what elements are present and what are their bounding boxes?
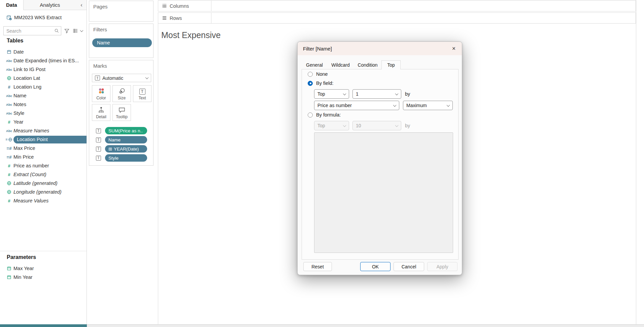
field-label: Style	[13, 110, 24, 116]
parameter-row-max-year[interactable]: Max Year	[0, 264, 87, 273]
field-label: Price as number	[13, 163, 49, 168]
aggregation-dropdown[interactable]: Maximum	[403, 101, 453, 110]
chevron-down-icon[interactable]	[80, 29, 83, 32]
field-dropdown[interactable]: Price as number	[314, 101, 399, 110]
collapse-pane-button[interactable]: ‹	[76, 0, 87, 10]
abc-icon: Abc	[5, 68, 13, 71]
field-row-measure-names[interactable]: Abc Measure Names	[0, 126, 87, 135]
marks-pill-row: T ⊞ YEAR(Date)	[89, 145, 153, 153]
field-row-style[interactable]: Abc Style	[0, 109, 87, 118]
rows-shelf-label: Rows	[158, 13, 211, 23]
dialog-titlebar[interactable]: Filter [Name] ×	[298, 42, 462, 55]
radio-by-formula[interactable]	[308, 112, 313, 118]
tab-wildcard[interactable]: Wildcard	[327, 60, 354, 69]
filter-pill-name[interactable]: Name	[92, 38, 152, 47]
tab-condition[interactable]: Condition	[354, 60, 381, 69]
field-label: Year	[13, 119, 23, 125]
columns-shelf-label: Columns	[158, 1, 211, 11]
pill-year-date[interactable]: ⊞ YEAR(Date)	[105, 145, 147, 153]
detail-button[interactable]: Detail	[92, 104, 110, 121]
field-label: Max Price	[13, 145, 35, 151]
cancel-button[interactable]: Cancel	[394, 262, 424, 271]
radio-none[interactable]	[308, 72, 313, 77]
mark-type-value: Automatic	[102, 75, 143, 81]
pill-style[interactable]: Style	[105, 154, 147, 162]
marks-pill-row: T Style	[89, 154, 153, 162]
color-button[interactable]: Color	[92, 85, 110, 102]
parameter-row-min-year[interactable]: Min Year	[0, 273, 87, 282]
chevron-down-icon	[145, 76, 149, 79]
rows-label-text: Rows	[170, 15, 182, 21]
field-label: Measure Values	[13, 198, 48, 203]
color-button-label: Color	[96, 96, 106, 100]
top-direction-dropdown[interactable]: Top	[314, 89, 349, 99]
field-row-latitude-generated[interactable]: Latitude (generated)	[0, 179, 87, 188]
by-label: by	[405, 91, 410, 97]
tab-data[interactable]: Data	[0, 0, 23, 10]
none-option[interactable]: None	[308, 71, 328, 77]
field-row-notes[interactable]: Abc Notes	[0, 100, 87, 109]
columns-label-text: Columns	[170, 3, 189, 9]
filter-fields-icon[interactable]	[64, 29, 69, 33]
pill-name[interactable]: Name	[105, 136, 147, 143]
globe-icon	[5, 190, 13, 194]
field-row-date[interactable]: Date	[0, 47, 87, 56]
search-input[interactable]	[6, 28, 55, 34]
search-box[interactable]	[3, 26, 61, 35]
abc-icon: Abc	[5, 111, 13, 115]
columns-shelf[interactable]: Columns	[158, 0, 636, 11]
field-row-name[interactable]: Abc Name	[0, 91, 87, 100]
tooltip-button[interactable]: Tooltip	[112, 104, 131, 121]
by-field-label: By field:	[316, 80, 334, 86]
close-icon[interactable]: ×	[449, 44, 459, 53]
field-row-extract-count[interactable]: # Extract (Count)	[0, 170, 87, 179]
text-button[interactable]: T Text	[133, 85, 151, 102]
field-row-longitude-generated[interactable]: Longitude (generated)	[0, 188, 87, 196]
pill-sum-price[interactable]: SUM(Price as n..	[105, 127, 147, 134]
field-label: Measure Names	[13, 128, 49, 133]
database-icon	[6, 15, 12, 21]
view-as-grid-icon[interactable]	[73, 29, 78, 33]
datasource-row[interactable]: MM2023 WK5 Extract	[6, 13, 62, 22]
by-formula-option[interactable]: By formula:	[308, 112, 341, 118]
tab-analytics[interactable]: Analytics	[23, 0, 76, 10]
globe-icon	[5, 181, 13, 186]
number-icon: #	[5, 85, 13, 90]
field-row-max-price[interactable]: =# Max Price	[0, 144, 87, 153]
field-row-link-to-ig-post[interactable]: Abc Link to IG Post	[0, 65, 87, 74]
size-button-label: Size	[118, 96, 126, 100]
field-row-min-price[interactable]: =# Min Price	[0, 153, 87, 161]
abc-icon: Abc	[5, 59, 13, 63]
mark-type-dropdown[interactable]: T Automatic	[92, 74, 151, 82]
radio-by-field[interactable]	[308, 81, 313, 86]
ok-button[interactable]: OK	[360, 262, 391, 271]
dialog-tabs: General Wildcard Condition Top	[302, 60, 401, 69]
field-label: Longitude (generated)	[13, 189, 62, 195]
field-row-location-point[interactable]: = Location Point	[0, 135, 87, 144]
text-encoding-icon: T	[96, 128, 101, 133]
calculated-number-icon: =#	[5, 146, 13, 151]
by-field-option[interactable]: By field:	[308, 80, 334, 86]
top-count-combobox[interactable]: 1	[352, 89, 401, 99]
field-row-price-as-number[interactable]: # Price as number	[0, 161, 87, 170]
size-button[interactable]: Size	[112, 85, 131, 102]
rows-shelf[interactable]: Rows	[158, 12, 636, 24]
formula-count-value: 10	[356, 123, 396, 128]
tab-general[interactable]: General	[302, 60, 327, 69]
marks-card-title: Marks	[93, 63, 107, 69]
field-row-location-lng[interactable]: # Location Lng	[0, 83, 87, 91]
field-row-year[interactable]: # Year	[0, 118, 87, 126]
field-row-measure-values[interactable]: # Measure Values	[0, 196, 87, 205]
field-label: Date Expanded (times in ES...	[13, 58, 79, 63]
datasource-name: MM2023 WK5 Extract	[14, 15, 62, 20]
expand-icon[interactable]: ⊞	[108, 147, 112, 151]
none-label: None	[316, 71, 328, 77]
sheet-title[interactable]: Most Expensive	[161, 30, 221, 40]
data-pane: Data Analytics ‹ MM2023 WK5 Extract	[0, 0, 87, 324]
field-value: Price as number	[317, 103, 394, 108]
field-row-date-expanded[interactable]: Abc Date Expanded (times in ES...	[0, 56, 87, 65]
reset-button[interactable]: Reset	[303, 262, 332, 271]
field-row-location-lat[interactable]: Location Lat	[0, 74, 87, 83]
worksheet-right-border	[636, 0, 636, 324]
tab-top[interactable]: Top	[381, 60, 401, 69]
